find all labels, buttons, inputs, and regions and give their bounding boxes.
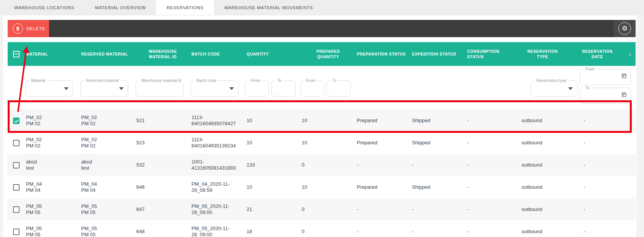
chevron-down-icon <box>119 87 124 90</box>
delete-button[interactable]: DELETE <box>8 20 49 37</box>
cell-material: PM_04PM 04 <box>24 181 79 193</box>
cell-reservation-type: outbound <box>518 162 564 168</box>
cell-preparation-status: Prepared <box>355 118 410 124</box>
cell-batch-code: 1001-4131605081431893 <box>189 159 244 171</box>
filter-spacer <box>8 66 24 110</box>
cell-prepared-quantity: 0 <box>299 229 355 235</box>
material-filter-label: Material <box>29 78 47 83</box>
material-filter-select[interactable]: Material <box>25 80 73 96</box>
cell-quantity: 133 <box>244 162 299 168</box>
col-header-material[interactable]: MATERIAL <box>24 51 79 57</box>
toolbar-settings-segment <box>614 20 636 37</box>
cell-consumption-status: - <box>465 229 518 235</box>
select-all-checkbox[interactable] <box>13 51 20 57</box>
table-row[interactable]: PM_05PM 05 PM_05PM 05 647 PM_05_2020-11-… <box>8 198 636 221</box>
cell-consumption-status: - <box>465 206 518 212</box>
cell-warehouse-material-id: 647 <box>134 206 189 212</box>
col-header-quantity[interactable]: QUANTITY <box>244 51 299 57</box>
cell-reservation-date: - <box>564 206 624 212</box>
table-header: MATERIAL RESERVED MATERIAL WAREHOUSE MAT… <box>8 42 636 66</box>
cell-warehouse-material-id: 646 <box>134 184 189 190</box>
tab-material-overview[interactable]: MATERIAL OVERVIEW <box>85 0 156 15</box>
row-checkbox[interactable] <box>13 229 20 235</box>
prepared-quantity-from-filter-input[interactable]: From <box>300 80 324 96</box>
cell-reservation-type: outbound <box>518 184 564 190</box>
cell-warehouse-material-id: 532 <box>134 162 189 168</box>
reservation-date-to-filter-input[interactable]: To <box>580 88 631 104</box>
chevron-down-icon <box>229 87 234 90</box>
table-row[interactable]: PM_02PM 02 PM_02PM 02 521 1113-640160493… <box>8 110 636 132</box>
calendar-icon[interactable] <box>621 92 627 99</box>
row-checkbox[interactable] <box>13 140 20 146</box>
calendar-icon[interactable] <box>621 73 627 80</box>
table-row[interactable]: PM_05PM 05 PM_05PM 05 648 PM_05_2020-11-… <box>8 221 636 237</box>
cell-preparation-status: Prepared <box>355 140 410 146</box>
cell-consumption-status: - <box>465 140 518 146</box>
prepared-quantity-to-filter-input[interactable]: To <box>327 80 351 96</box>
row-checkbox[interactable] <box>13 162 20 168</box>
cell-expedition-status: Shipped <box>410 118 465 124</box>
reserved-material-filter-select[interactable]: Reserved material <box>80 80 128 96</box>
cell-batch-code: 1113-6401604935078427 <box>189 114 244 127</box>
row-checkbox[interactable] <box>13 184 20 191</box>
col-header-preparation-status[interactable]: PREPARATION STATUS <box>355 51 410 57</box>
tab-warehouse-locations[interactable]: WAREHOUSE LOCATIONS <box>4 0 85 15</box>
cell-expedition-status: - <box>410 206 465 212</box>
reservation-date-from-filter-label: From <box>584 67 597 71</box>
col-header-warehouse-material-id[interactable]: WAREHOUSE MATERIAL ID <box>134 49 189 59</box>
tab-reservations[interactable]: RESERVATIONS <box>156 0 214 15</box>
cell-batch-code: PM_04_2020-11-28_08:59 <box>189 181 244 193</box>
cell-prepared-quantity: 0 <box>299 162 355 168</box>
cell-expedition-status: - <box>410 162 465 168</box>
cell-warehouse-material-id: 648 <box>134 229 189 235</box>
col-header-expedition-status[interactable]: EXPEDITION STATUS <box>410 51 465 57</box>
col-header-reserved-material[interactable]: RESERVED MATERIAL <box>79 51 134 57</box>
col-header-batch-code[interactable]: BATCH CODE <box>189 51 244 57</box>
cell-quantity: 21 <box>244 206 299 212</box>
trash-icon <box>13 23 23 34</box>
cell-reservation-type: outbound <box>518 206 564 212</box>
row-checkbox[interactable] <box>13 206 20 213</box>
reservation-type-filter-label: Reservation type <box>534 78 569 83</box>
row-checkbox[interactable] <box>13 118 20 124</box>
col-header-reservation-type[interactable]: RESERVATION TYPE <box>518 49 564 59</box>
table-row[interactable]: abcdtest abcdtest 532 1001-4131605081431… <box>8 154 636 176</box>
cell-prepared-quantity: 10 <box>299 118 355 124</box>
cell-prepared-quantity: 0 <box>299 206 355 212</box>
reservation-date-from-filter-input[interactable]: From <box>580 69 631 85</box>
batch-code-filter-select[interactable]: Batch code <box>191 80 239 96</box>
chevron-down-icon <box>64 87 69 90</box>
cell-reservation-date: - <box>564 140 624 146</box>
select-all-cell <box>8 51 24 57</box>
delete-button-label: DELETE <box>26 26 46 31</box>
warehouse-material-id-filter-input[interactable]: Warehouse material id <box>136 80 183 96</box>
cell-material: PM_02PM 02 <box>24 137 79 149</box>
col-header-reservation-date[interactable]: RESERVATION DATE <box>564 49 624 59</box>
quantity-from-filter-input[interactable]: From <box>245 80 269 96</box>
table-row[interactable]: PM_02PM 02 PM_02PM 02 523 1113-640160493… <box>8 132 636 154</box>
reserved-material-filter-label: Reserved material <box>84 78 121 83</box>
cell-preparation-status: - <box>355 206 410 212</box>
cell-material: PM_05PM 05 <box>24 203 79 216</box>
cell-preparation-status: Prepared <box>355 184 410 190</box>
table-row[interactable]: PM_04PM 04 PM_04PM 04 646 PM_04_2020-11-… <box>8 176 636 198</box>
cell-warehouse-material-id: 521 <box>134 118 189 124</box>
cell-consumption-status: - <box>465 118 518 124</box>
cell-reservation-type: outbound <box>518 140 564 146</box>
cell-expedition-status: - <box>410 229 465 235</box>
cell-quantity: 10 <box>244 118 299 124</box>
cell-reservation-type: outbound <box>518 118 564 124</box>
cell-reservation-date: - <box>564 162 624 168</box>
cell-reserved-material: PM_04PM 04 <box>79 181 134 193</box>
sort-descending-icon[interactable]: ↓ <box>624 51 636 57</box>
cell-reservation-type: outbound <box>518 229 564 235</box>
tab-warehouse-material-movements[interactable]: WAREHOUSE MATERIAL MOVEMENTS <box>214 0 323 15</box>
gear-icon[interactable] <box>618 22 631 35</box>
quantity-to-filter-input[interactable]: To <box>271 80 296 96</box>
reservations-card: DELETE MATERIAL RESERVED MATERIAL WAREHO… <box>3 15 636 237</box>
cell-consumption-status: - <box>465 162 518 168</box>
batch-code-filter-label: Batch code <box>195 78 219 83</box>
col-header-consumption-status[interactable]: CONSUMPTION STATUS <box>465 49 508 59</box>
cell-consumption-status: - <box>465 184 518 190</box>
col-header-prepared-quantity[interactable]: PREPARED QUANTITY <box>299 49 355 59</box>
